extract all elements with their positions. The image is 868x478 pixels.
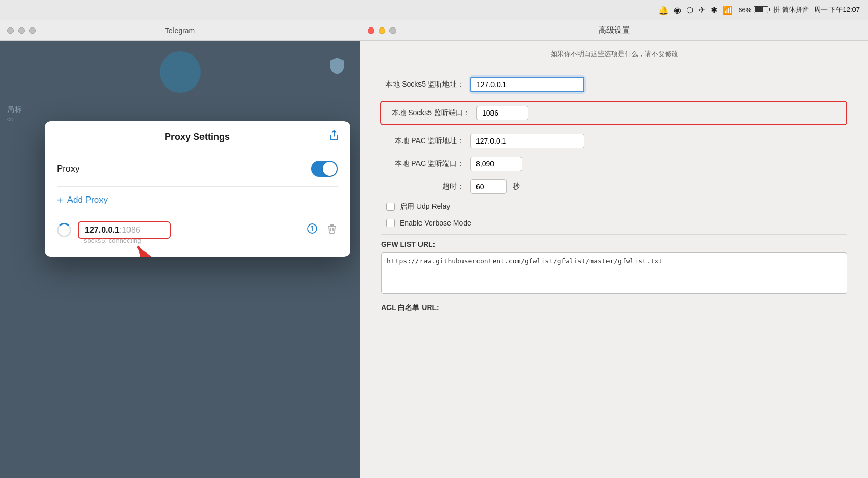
advanced-title: 高级设置 [599,25,630,35]
battery-percent: 66% [738,6,751,14]
shield-icon [328,57,346,75]
verbose-mode-row: Enable Verbose Mode [381,219,847,227]
menubar-time: 周一 下午12:07 [814,5,860,15]
bell-icon: 🔔 [658,5,669,15]
menubar-right: 🔔 ◉ ⬡ ✈ ✱ 📶 66% 拼 简体拼音 周一 下午12:07 [658,5,860,15]
adv-tl-max[interactable] [389,27,396,34]
proxy-ip: 127.0.0.1 [85,226,120,234]
adv-tl-min[interactable] [379,27,385,34]
proxy-toggle-row: Proxy [57,151,338,187]
socks5-address-row: 本地 Socks5 监听地址： [381,77,847,92]
socks5-address-label: 本地 Socks5 监听地址： [381,80,464,89]
socks5-port-input[interactable] [476,106,528,120]
user-avatar [160,51,201,93]
gfw-list-url-input[interactable]: https://raw.githubusercontent.com/gfwlis… [381,252,847,294]
timeout-label: 超时： [381,182,464,191]
telegram-bg-text: 局标 co [7,103,22,123]
input-method-label: 拼 简体拼音 [773,5,809,15]
telegram-title: Telegram [165,26,195,35]
battery-indicator: 66% [738,6,768,14]
location-icon: ◉ [674,5,681,15]
send-icon: ✈ [699,5,705,15]
udp-relay-row: 启用 Udp Relay [381,202,847,212]
menu-bar: 🔔 ◉ ⬡ ✈ ✱ 📶 66% 拼 简体拼音 周一 下午12:07 [0,0,868,20]
add-proxy-label: Add Proxy [67,195,108,205]
timeout-input[interactable] [470,179,507,194]
udp-relay-label: 启用 Udp Relay [400,202,450,212]
tl-close[interactable] [7,27,14,34]
proxy-toggle[interactable] [311,161,338,177]
telegram-window: Telegram 局标 co Proxy Settings [0,20,360,478]
socks5-address-input[interactable] [470,77,584,92]
svg-point-2 [312,226,313,227]
proxy-share-button[interactable] [328,129,340,143]
adv-tl-close[interactable] [368,27,374,34]
pac-address-label: 本地 PAC 监听地址： [381,136,464,146]
wifi-icon: 📶 [722,5,733,15]
battery-fill [755,7,763,12]
timeout-row: 超时： 秒 [381,179,847,194]
divider-1 [381,234,847,235]
add-proxy-plus-icon: + [57,195,63,205]
proxy-modal-title: Proxy Settings [165,132,230,143]
telegram-content: 局标 co Proxy Settings Proxy [0,41,360,478]
proxy-delete-button[interactable] [326,223,338,237]
gfw-list-label: GFW LIST URL: [381,240,847,248]
advanced-notice: 如果你不明白这些选项是什么，请不要修改 [381,49,847,66]
add-proxy-row[interactable]: + Add Proxy [57,187,338,214]
pac-address-input[interactable] [470,134,584,148]
advanced-body: 如果你不明白这些选项是什么，请不要修改 本地 Socks5 监听地址： 本地 S… [360,41,868,478]
timeout-unit: 秒 [513,182,520,191]
battery-bar [754,6,768,13]
pac-port-input[interactable] [470,157,522,171]
socks5-port-label: 本地 Socks5 监听端口： [387,108,470,118]
bluetooth-icon: ✱ [711,5,717,15]
advanced-traffic-lights [368,27,396,34]
acl-label: ACL 白名单 URL: [381,303,847,313]
proxy-modal-body: Proxy + Add Proxy 127.0.0.1:1086 [45,151,350,257]
proxy-modal-header: Proxy Settings [45,121,350,151]
telegram-titlebar: Telegram [0,20,360,41]
proxy-label: Proxy [57,164,79,174]
red-arrow-annotation [122,231,184,257]
proxy-settings-modal: Proxy Settings Proxy + Add Proxy [45,121,350,257]
proxy-loading-spinner [57,223,71,237]
telegram-traffic-lights [7,27,36,34]
verbose-mode-label: Enable Verbose Mode [400,219,471,227]
pac-address-row: 本地 PAC 监听地址： [381,134,847,148]
proxy-entry: 127.0.0.1:1086 [57,214,338,246]
udp-relay-checkbox[interactable] [386,203,395,211]
proxy-info-button[interactable] [307,223,318,237]
svg-line-6 [138,246,169,257]
tl-max[interactable] [29,27,36,34]
tl-min[interactable] [18,27,25,34]
advanced-titlebar: 高级设置 [360,20,868,41]
socks5-port-row-highlighted: 本地 Socks5 监听端口： [380,101,847,125]
verbose-mode-checkbox[interactable] [386,219,395,227]
pac-port-row: 本地 PAC 监听端口： [381,157,847,171]
cursor-icon: ⬡ [686,5,693,15]
proxy-entry-actions [307,223,338,237]
pac-port-label: 本地 PAC 监听端口： [381,159,464,168]
advanced-settings-window: 高级设置 如果你不明白这些选项是什么，请不要修改 本地 Socks5 监听地址：… [360,20,868,478]
